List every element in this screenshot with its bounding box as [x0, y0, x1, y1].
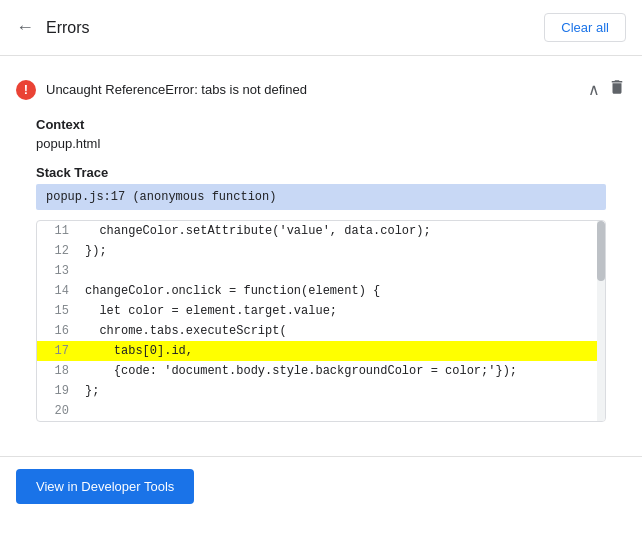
- code-block: 11 changeColor.setAttribute('value', dat…: [36, 220, 606, 422]
- code-line: 19};: [37, 381, 605, 401]
- line-code: let color = element.target.value;: [77, 303, 345, 319]
- line-code: [77, 403, 93, 405]
- stack-trace-line: popup.js:17 (anonymous function): [36, 184, 606, 210]
- code-line: 20: [37, 401, 605, 421]
- line-number: 18: [37, 363, 77, 379]
- scrollbar-thumb: [597, 221, 605, 281]
- code-line: 14changeColor.onclick = function(element…: [37, 281, 605, 301]
- clear-all-button[interactable]: Clear all: [544, 13, 626, 42]
- line-code: [77, 263, 93, 265]
- dev-tools-button[interactable]: View in Developer Tools: [16, 469, 194, 504]
- line-number: 19: [37, 383, 77, 399]
- code-line: 18 {code: 'document.body.style.backgroun…: [37, 361, 605, 381]
- code-line: 13: [37, 261, 605, 281]
- stack-trace-label: Stack Trace: [36, 165, 606, 180]
- footer: View in Developer Tools: [0, 457, 642, 520]
- main-content: ! Uncaught ReferenceError: tabs is not d…: [0, 56, 642, 532]
- error-details: Context popup.html Stack Trace popup.js:…: [16, 101, 626, 446]
- line-number: 20: [37, 403, 77, 419]
- error-icon: !: [16, 80, 36, 100]
- scrollbar-track: [597, 221, 605, 421]
- line-number: 13: [37, 263, 77, 279]
- error-header-row: ! Uncaught ReferenceError: tabs is not d…: [16, 78, 626, 101]
- context-value: popup.html: [36, 136, 606, 151]
- error-left: ! Uncaught ReferenceError: tabs is not d…: [16, 80, 588, 100]
- error-item: ! Uncaught ReferenceError: tabs is not d…: [0, 68, 642, 457]
- line-code: });: [77, 243, 115, 259]
- context-label: Context: [36, 117, 606, 132]
- delete-icon[interactable]: [608, 78, 626, 101]
- line-number: 14: [37, 283, 77, 299]
- code-line: 12});: [37, 241, 605, 261]
- line-code: changeColor.onclick = function(element) …: [77, 283, 388, 299]
- line-number: 15: [37, 303, 77, 319]
- line-number: 11: [37, 223, 77, 239]
- code-line: 15 let color = element.target.value;: [37, 301, 605, 321]
- page-title: Errors: [46, 19, 90, 37]
- collapse-icon[interactable]: ∧: [588, 80, 600, 99]
- code-line: 16 chrome.tabs.executeScript(: [37, 321, 605, 341]
- line-code: };: [77, 383, 107, 399]
- header-left: ← Errors: [16, 17, 90, 38]
- line-code: tabs[0].id,: [77, 343, 201, 359]
- line-code: {code: 'document.body.style.backgroundCo…: [77, 363, 525, 379]
- line-number: 16: [37, 323, 77, 339]
- line-code: chrome.tabs.executeScript(: [77, 323, 295, 339]
- line-number: 12: [37, 243, 77, 259]
- code-line: 17 tabs[0].id,: [37, 341, 605, 361]
- code-line: 11 changeColor.setAttribute('value', dat…: [37, 221, 605, 241]
- line-code: changeColor.setAttribute('value', data.c…: [77, 223, 439, 239]
- line-number: 17: [37, 343, 77, 359]
- error-message: Uncaught ReferenceError: tabs is not def…: [46, 82, 307, 97]
- back-icon[interactable]: ←: [16, 17, 34, 38]
- error-actions: ∧: [588, 78, 626, 101]
- code-block-inner[interactable]: 11 changeColor.setAttribute('value', dat…: [37, 221, 605, 421]
- page-header: ← Errors Clear all: [0, 0, 642, 56]
